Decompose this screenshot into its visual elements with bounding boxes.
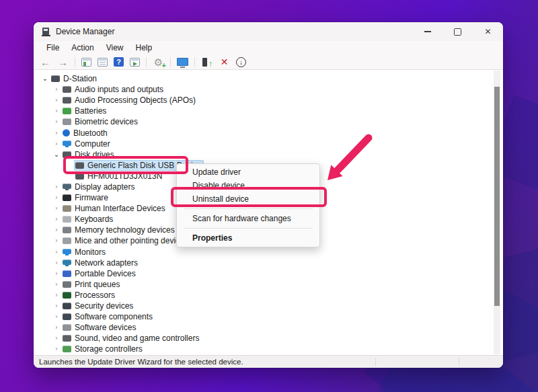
tree-item[interactable]: D-Station <box>50 73 100 84</box>
tree-item[interactable]: Print queues <box>61 279 122 290</box>
tree-item[interactable]: Computer <box>61 139 113 149</box>
menu-view[interactable]: View <box>100 42 130 54</box>
tree-item[interactable]: Network adapters <box>61 258 141 268</box>
tree-item[interactable]: Sound, video and game controllers <box>61 333 202 344</box>
tree-item[interactable]: Audio inputs and outputs <box>61 84 166 95</box>
tree-row[interactable]: ›Processors <box>34 290 503 301</box>
tree-item[interactable]: Processors <box>61 290 118 301</box>
tree-item[interactable]: Biometric devices <box>61 116 141 127</box>
chevron-right-icon[interactable]: › <box>52 303 61 309</box>
context-menu-item-scan-for-hardware-changes[interactable]: Scan for hardware changes <box>177 212 319 225</box>
tree-item[interactable]: Mice and other pointing devices <box>61 235 191 246</box>
chevron-right-icon[interactable]: › <box>52 260 61 266</box>
tree-row[interactable]: ›Sound, video and game controllers <box>34 333 503 344</box>
chevron-right-icon[interactable]: › <box>52 108 61 114</box>
speaker-icon <box>63 335 71 342</box>
tree-row[interactable]: ›Audio Processing Objects (APOs) <box>34 95 503 106</box>
chevron-right-icon[interactable]: › <box>52 270 61 277</box>
tree-item[interactable]: Batteries <box>61 106 109 116</box>
tree-item[interactable]: Audio Processing Objects (APOs) <box>61 95 198 106</box>
tree-row[interactable]: ›Software devices <box>34 322 503 333</box>
tree-item[interactable]: Display adapters <box>61 182 137 192</box>
menu-help[interactable]: Help <box>130 42 159 54</box>
chevron-right-icon[interactable]: › <box>52 118 61 125</box>
monitor-icon <box>63 249 71 254</box>
tree-item[interactable]: Software devices <box>61 322 139 333</box>
scan-hardware-changes-icon[interactable] <box>153 56 164 68</box>
chevron-right-icon[interactable]: › <box>52 313 61 320</box>
tree-row[interactable]: ›Network adapters <box>34 258 503 268</box>
tree-item-label: Network adapters <box>75 258 138 268</box>
tree-item[interactable]: Bluetooth <box>61 128 110 139</box>
chevron-down-icon[interactable]: ⌄ <box>52 151 61 158</box>
chevron-right-icon[interactable]: › <box>52 346 61 352</box>
tree-row[interactable]: ›Security devices <box>34 301 503 311</box>
chevron-right-icon[interactable]: › <box>52 184 61 190</box>
disable-device-icon[interactable] <box>236 57 246 67</box>
tree-row[interactable]: ⌄D-Station <box>34 73 503 84</box>
menu-file[interactable]: File <box>40 42 65 54</box>
status-bar-divider <box>459 358 459 366</box>
chevron-right-icon[interactable]: › <box>52 292 61 299</box>
chevron-right-icon[interactable]: › <box>52 335 61 342</box>
chevron-right-icon[interactable]: › <box>52 141 61 147</box>
chevron-right-icon[interactable]: › <box>52 194 61 201</box>
tree-item[interactable]: Firmware <box>61 192 111 203</box>
back-icon[interactable] <box>40 56 51 68</box>
chevron-right-icon[interactable]: › <box>52 205 61 212</box>
vertical-scrollbar[interactable] <box>494 71 500 354</box>
maximize-icon[interactable] <box>443 22 473 41</box>
chevron-right-icon[interactable]: › <box>52 281 61 288</box>
help-icon[interactable] <box>114 57 124 67</box>
annotation-arrow <box>316 128 377 188</box>
tree-item[interactable]: Human Interface Devices <box>61 203 168 214</box>
fingerprint-icon <box>63 118 71 125</box>
computer-icon <box>51 75 60 82</box>
uninstall-device-icon[interactable] <box>219 56 230 68</box>
chevron-right-icon[interactable]: › <box>52 216 61 223</box>
tree-item-label: Audio Processing Objects (APOs) <box>75 95 196 105</box>
tree-item[interactable]: Keyboards <box>61 214 116 225</box>
chevron-right-icon[interactable]: › <box>52 86 61 93</box>
tree-row[interactable]: ›Print queues <box>34 279 503 290</box>
close-icon[interactable] <box>473 22 503 41</box>
tree-item[interactable]: Storage controllers <box>61 344 145 354</box>
tree-item[interactable]: Portable Devices <box>61 268 139 279</box>
tree-row[interactable]: ›Computer <box>34 139 503 149</box>
export-list-icon[interactable] <box>98 58 108 67</box>
security-device-icon <box>63 303 71 309</box>
tree-item-label: Monitors <box>75 247 106 257</box>
tree-row[interactable]: ›Software components <box>34 311 503 322</box>
update-driver-icon[interactable] <box>201 56 213 68</box>
minimize-icon[interactable] <box>412 22 443 41</box>
tree-item-label: Storage controllers <box>75 344 143 354</box>
chevron-right-icon[interactable]: › <box>52 227 61 233</box>
action-pane-icon[interactable] <box>130 58 140 67</box>
tree-item[interactable]: Security devices <box>61 301 136 311</box>
chevron-right-icon[interactable]: › <box>52 324 61 331</box>
tree-row[interactable]: ›Biometric devices <box>34 116 503 127</box>
tree-row[interactable]: ›Monitors <box>34 247 503 258</box>
scrollbar-thumb[interactable] <box>494 87 500 306</box>
tree-row[interactable]: ›Batteries <box>34 106 503 116</box>
chevron-right-icon[interactable]: › <box>52 249 61 256</box>
forward-icon[interactable] <box>57 56 69 68</box>
tree-item[interactable]: Software components <box>61 311 155 322</box>
chevron-right-icon[interactable]: › <box>52 97 61 104</box>
chevron-down-icon[interactable]: ⌄ <box>40 75 50 82</box>
title-bar[interactable]: Device Manager <box>34 22 503 41</box>
context-menu-item-properties[interactable]: Properties <box>177 231 319 245</box>
tree-row[interactable]: ›Audio inputs and outputs <box>34 84 503 95</box>
show-console-tree-icon[interactable] <box>81 58 91 67</box>
chevron-right-icon[interactable]: › <box>52 237 61 244</box>
menu-action[interactable]: Action <box>65 42 100 54</box>
tree-row[interactable]: ›Storage controllers <box>34 344 503 354</box>
tree-item[interactable]: Monitors <box>61 247 108 258</box>
context-menu-item-update-driver[interactable]: Update driver <box>177 165 319 179</box>
tree-row[interactable]: ›Portable Devices <box>34 268 503 279</box>
remote-computer-icon[interactable] <box>177 56 188 68</box>
chevron-right-icon[interactable]: › <box>52 130 61 136</box>
tree-row[interactable]: ›Bluetooth <box>34 127 503 138</box>
toolbar-separator <box>75 57 75 67</box>
tree-item[interactable]: Memory technology devices <box>61 225 178 235</box>
